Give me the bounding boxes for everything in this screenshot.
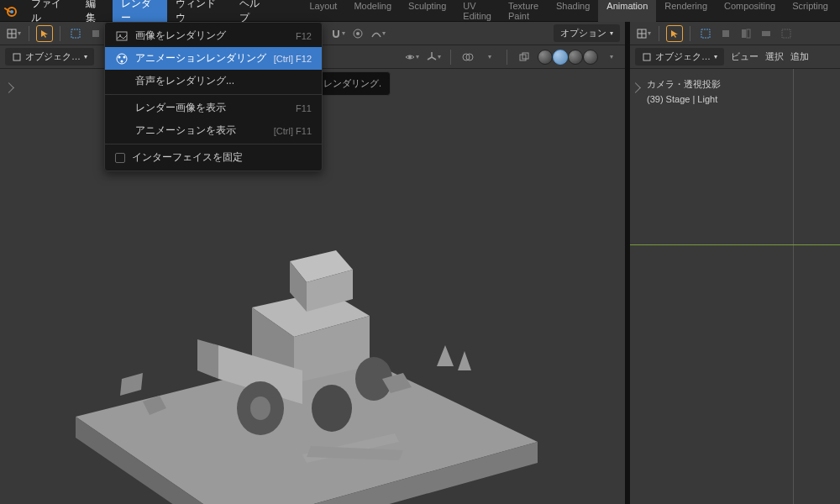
- separator: [690, 26, 690, 41]
- xray-icon[interactable]: [516, 49, 533, 66]
- checkbox-icon: [115, 153, 125, 163]
- svg-rect-50: [762, 31, 770, 36]
- menu-item-label: 画像をレンダリング: [135, 29, 226, 43]
- grid-line: [630, 244, 840, 245]
- svg-marker-37: [458, 351, 471, 370]
- svg-rect-11: [71, 29, 80, 38]
- shading-mode-group: [538, 50, 598, 65]
- svg-marker-36: [437, 345, 454, 366]
- separator: [29, 26, 29, 41]
- menu-view[interactable]: ビュー: [731, 50, 759, 63]
- menu-item-shortcut: [Ctrl] F11: [274, 126, 312, 136]
- svg-marker-42: [120, 373, 143, 396]
- svg-rect-52: [643, 54, 650, 60]
- select-b-icon[interactable]: [738, 25, 754, 42]
- viewport-scene: [42, 215, 563, 504]
- menu-render-animation[interactable]: アニメーションレンダリング [Ctrl] F12: [105, 47, 322, 70]
- top-menu-bar: ファイル 編集 レンダー ウィンドウ ヘルプ Layout Modeling S…: [0, 0, 840, 22]
- menu-item-label: アニメーションを表示: [135, 123, 236, 138]
- select-rect-icon[interactable]: [87, 25, 104, 42]
- svg-point-16: [408, 55, 412, 59]
- shading-dropdown-icon[interactable]: ▾: [603, 49, 620, 66]
- separator: [450, 50, 451, 65]
- shading-material-icon[interactable]: [568, 50, 583, 65]
- proportional-icon[interactable]: [349, 25, 366, 42]
- blank-icon: [115, 75, 129, 88]
- svg-rect-15: [13, 54, 20, 60]
- select-c-icon[interactable]: [758, 25, 774, 42]
- menu-render-image[interactable]: 画像をレンダリング F12: [105, 24, 322, 47]
- gizmo-icon[interactable]: ▾: [425, 49, 442, 66]
- shading-wireframe-icon[interactable]: [538, 50, 553, 65]
- menu-add[interactable]: 追加: [790, 50, 809, 63]
- menu-item-shortcut: [Ctrl] F12: [274, 54, 312, 64]
- grid-line: [793, 69, 794, 504]
- svg-point-14: [356, 32, 360, 35]
- object-mode-icon: [642, 52, 652, 62]
- right-viewport[interactable]: ▾ オブジェク…▾ ビュー 選択 追加 カメラ・透視投影 (39) Stage …: [630, 22, 840, 504]
- menu-item-label: 音声をレンダリング...: [135, 74, 234, 88]
- shading-solid-icon[interactable]: [553, 50, 568, 65]
- overlay-dropdown-icon[interactable]: ▾: [481, 49, 498, 66]
- blank-icon: [115, 124, 129, 138]
- right-viewport-header: ▾: [630, 22, 840, 45]
- menu-item-label: レンダー画像を表示: [135, 101, 226, 115]
- separator: [659, 26, 659, 41]
- svg-point-5: [118, 55, 121, 58]
- svg-rect-49: [747, 29, 750, 38]
- svg-rect-48: [742, 29, 746, 38]
- cursor-tool-icon[interactable]: [36, 25, 53, 42]
- mode-dropdown[interactable]: オブジェク…▾: [635, 48, 724, 66]
- select-d-icon[interactable]: [778, 25, 795, 42]
- editor-type-icon[interactable]: ▾: [635, 25, 652, 42]
- svg-rect-2: [117, 32, 127, 40]
- clip-icon: [115, 52, 129, 66]
- menu-item-shortcut: F12: [296, 31, 312, 41]
- menu-render-audio[interactable]: 音声をレンダリング...: [105, 70, 322, 92]
- menu-view-animation[interactable]: アニメーションを表示 [Ctrl] F11: [105, 119, 322, 142]
- menu-item-label: アニメーションレンダリング: [135, 51, 266, 66]
- blender-logo-icon[interactable]: [3, 3, 18, 18]
- svg-rect-51: [782, 29, 790, 38]
- svg-rect-47: [722, 30, 729, 37]
- shading-rendered-icon[interactable]: [583, 50, 598, 65]
- separator: [60, 26, 60, 41]
- object-mode-icon: [12, 52, 22, 62]
- menu-separator: [105, 94, 322, 95]
- visibility-icon[interactable]: ▾: [403, 49, 420, 66]
- menu-select[interactable]: 選択: [765, 50, 784, 63]
- select-box-icon[interactable]: [697, 25, 714, 42]
- cursor-tool-icon[interactable]: [666, 25, 683, 42]
- render-dropdown-menu: 画像をレンダリング F12 アニメーションレンダリング [Ctrl] F12 音…: [104, 22, 323, 171]
- editor-type-icon[interactable]: ▾: [5, 25, 22, 42]
- menu-item-label: インターフェイスを固定: [132, 150, 243, 165]
- svg-rect-12: [92, 30, 99, 37]
- options-dropdown[interactable]: オプション▾: [554, 24, 620, 42]
- object-info: (39) Stage | Light: [647, 92, 721, 108]
- svg-point-33: [250, 396, 270, 420]
- overlay-toggle-icon[interactable]: [459, 49, 476, 66]
- separator: [507, 50, 507, 65]
- svg-point-7: [121, 60, 123, 62]
- svg-marker-31: [197, 339, 218, 379]
- curve-falloff-icon[interactable]: ▾: [370, 25, 386, 42]
- menu-lock-interface[interactable]: インターフェイスを固定: [105, 146, 322, 169]
- select-box-icon[interactable]: [67, 25, 84, 42]
- right-second-header: オブジェク…▾ ビュー 選択 追加: [630, 45, 840, 69]
- select-a-icon[interactable]: [717, 25, 734, 42]
- menu-item-shortcut: F11: [296, 103, 312, 113]
- snap-magnet-icon[interactable]: ▾: [329, 25, 346, 42]
- svg-rect-46: [701, 29, 710, 38]
- svg-point-34: [312, 385, 352, 432]
- svg-point-6: [123, 55, 126, 58]
- image-icon: [115, 29, 129, 43]
- mode-dropdown[interactable]: オブジェク…▾: [5, 48, 94, 66]
- blank-icon: [115, 102, 129, 115]
- camera-info: カメラ・透視投影: [647, 77, 721, 92]
- menu-separator: [105, 144, 322, 144]
- menu-view-render[interactable]: レンダー画像を表示 F11: [105, 97, 322, 119]
- viewport-info-overlay: カメラ・透視投影 (39) Stage | Light: [647, 77, 721, 107]
